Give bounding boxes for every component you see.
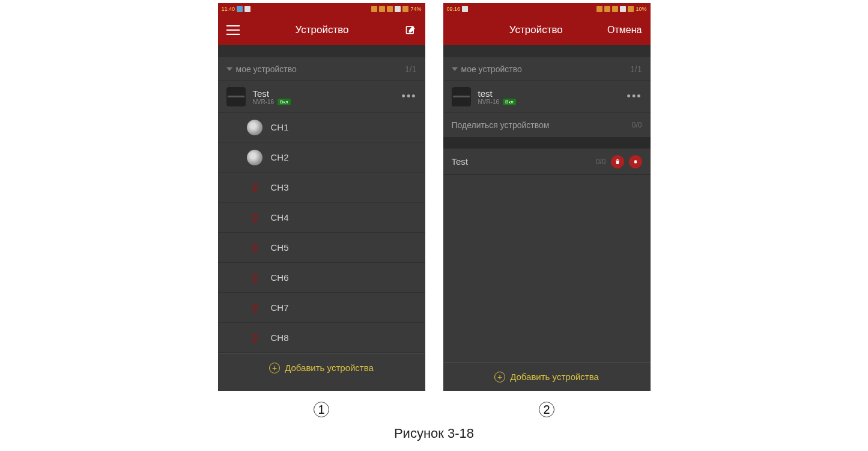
spacer xyxy=(218,45,425,57)
stop-button[interactable] xyxy=(629,155,642,168)
channel-label: CH3 xyxy=(271,182,289,192)
edit-icon[interactable] xyxy=(405,24,417,36)
channel-row[interactable]: CH8 xyxy=(218,323,425,353)
caption-markers: 1 2 xyxy=(218,402,651,417)
chevron-down-icon xyxy=(226,67,232,71)
svg-point-1 xyxy=(252,184,256,189)
svg-rect-7 xyxy=(634,160,637,163)
appbar: Устройство Отмена xyxy=(443,15,651,45)
channel-row[interactable]: CH3 xyxy=(218,173,425,203)
plus-icon: + xyxy=(269,363,280,373)
marker-1: 1 xyxy=(218,402,425,417)
svg-point-2 xyxy=(252,214,256,219)
device-row[interactable]: Test NVR-16 Вкл ••• xyxy=(218,81,425,112)
svg-point-5 xyxy=(252,304,256,309)
phone-screen-2: 09:16 10% Устройство Отмена мое устройст… xyxy=(443,3,651,391)
edit-device-name: Test xyxy=(452,156,469,167)
svg-point-4 xyxy=(252,274,256,279)
add-device-label: Добавить устройства xyxy=(510,372,599,382)
divider xyxy=(443,138,651,149)
more-icon[interactable]: ••• xyxy=(402,90,417,103)
svg-point-3 xyxy=(252,244,256,249)
add-device-button[interactable]: + Добавить устройства xyxy=(443,362,651,391)
channel-label: CH5 xyxy=(271,242,289,253)
device-status-badge: Вкл xyxy=(503,99,516,105)
more-icon[interactable]: ••• xyxy=(627,90,642,103)
add-device-label: Добавить устройства xyxy=(285,363,374,373)
svg-point-6 xyxy=(252,334,256,339)
channel-label: CH1 xyxy=(271,122,289,132)
share-label: Поделиться устройством xyxy=(452,120,550,130)
camera-offline-icon xyxy=(247,270,263,286)
channel-label: CH7 xyxy=(271,302,289,313)
camera-offline-icon xyxy=(247,300,263,316)
delete-button[interactable] xyxy=(611,155,624,168)
channel-row[interactable]: CH6 xyxy=(218,263,425,293)
phone-screen-1: 11:40 74% Устройство мое уст xyxy=(218,3,425,391)
appbar: Устройство xyxy=(218,15,425,45)
add-device-button[interactable]: + Добавить устройства xyxy=(218,353,425,382)
device-model: NVR-16 xyxy=(253,99,275,105)
channel-row[interactable]: CH5 xyxy=(218,233,425,263)
section-count: 1/1 xyxy=(405,64,416,74)
edit-device-count: 0/0 xyxy=(596,158,606,166)
device-thumbnail xyxy=(226,87,246,106)
channel-row[interactable]: CH7 xyxy=(218,293,425,323)
statusbar: 09:16 10% xyxy=(443,3,651,15)
share-device-row[interactable]: Поделиться устройством 0/0 xyxy=(443,112,651,138)
appbar-title: Устройство xyxy=(509,24,563,36)
channel-label: CH2 xyxy=(271,152,289,162)
device-model: NVR-16 xyxy=(478,99,500,105)
share-count: 0/0 xyxy=(632,121,642,129)
cancel-button[interactable]: Отмена xyxy=(607,25,642,35)
camera-offline-icon xyxy=(247,240,263,256)
plus-icon: + xyxy=(494,372,505,382)
menu-icon[interactable] xyxy=(226,25,240,35)
chevron-down-icon xyxy=(452,67,458,71)
device-thumbnail xyxy=(452,87,471,106)
section-my-devices[interactable]: мое устройство 1/1 xyxy=(218,57,425,81)
figure-caption: Рисунок 3-18 xyxy=(394,426,474,441)
camera-live-icon xyxy=(247,120,263,135)
channel-label: CH4 xyxy=(271,212,289,222)
section-count: 1/1 xyxy=(630,64,642,74)
device-name: Test xyxy=(253,88,395,99)
camera-live-icon xyxy=(247,150,263,165)
channel-row[interactable]: CH1 xyxy=(218,112,425,143)
device-name: test xyxy=(478,88,620,99)
channel-label: CH6 xyxy=(271,272,289,283)
section-label: мое устройство xyxy=(461,64,522,74)
edit-device-row[interactable]: Test 0/0 xyxy=(443,149,651,175)
channel-row[interactable]: CH2 xyxy=(218,143,425,173)
device-row[interactable]: test NVR-16 Вкл ••• xyxy=(443,81,651,112)
figure-row: 11:40 74% Устройство мое уст xyxy=(218,3,651,391)
camera-offline-icon xyxy=(247,330,263,346)
channel-label: CH8 xyxy=(271,333,289,343)
camera-offline-icon xyxy=(247,180,263,195)
section-my-devices[interactable]: мое устройство 1/1 xyxy=(443,57,651,81)
marker-2: 2 xyxy=(443,402,651,417)
empty-area xyxy=(443,175,651,362)
camera-offline-icon xyxy=(247,210,263,226)
appbar-title: Устройство xyxy=(296,24,349,36)
statusbar: 11:40 74% xyxy=(218,3,425,15)
spacer xyxy=(443,45,651,57)
section-label: мое устройство xyxy=(236,64,297,74)
channel-row[interactable]: CH4 xyxy=(218,203,425,233)
device-status-badge: Вкл xyxy=(278,99,291,105)
